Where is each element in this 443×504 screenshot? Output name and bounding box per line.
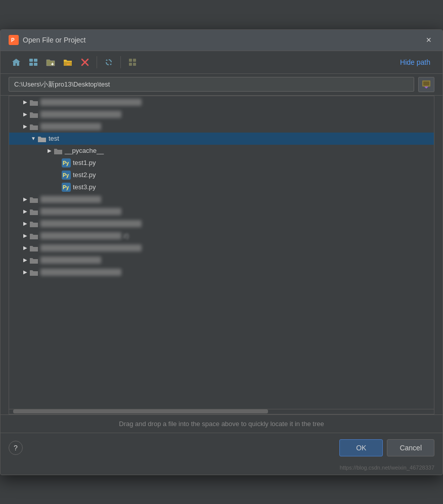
toolbar-separator-2: [120, 56, 121, 68]
folder-icon: [29, 122, 38, 131]
open-file-dialog: P Open File or Project ×: [0, 29, 443, 475]
tree-row-blurred-10[interactable]: ▶: [9, 266, 434, 278]
svg-rect-5: [34, 63, 37, 66]
title-bar: P Open File or Project ×: [1, 30, 442, 51]
python-file-icon: Py: [62, 159, 71, 167]
folder-icon: [29, 232, 38, 240]
tree-arrow: ▶: [21, 207, 29, 216]
tree-arrow: ▶: [21, 268, 29, 276]
python-file-icon: Py: [62, 183, 71, 191]
bottom-bar: ? OK Cancel: [1, 433, 442, 463]
cancel-button[interactable]: Cancel: [387, 439, 434, 456]
tree-item-label-blurred: [40, 99, 142, 106]
new-folder-button[interactable]: [43, 55, 58, 69]
tree-item-label-blurred: [40, 220, 142, 227]
ok-button[interactable]: OK: [339, 439, 383, 456]
tree-row-blurred-2[interactable]: ▶: [9, 108, 434, 120]
svg-text:Py: Py: [63, 173, 69, 178]
tree-row-blurred-4[interactable]: ▶: [9, 193, 434, 205]
tree-row-blurred-3[interactable]: ▶: [9, 120, 434, 133]
tree-expand-arrow: ▼: [29, 135, 37, 143]
svg-rect-13: [129, 63, 132, 66]
url-bar: https://blog.csdn.net/weixin_46728337: [1, 463, 442, 475]
app-icon: P: [9, 35, 19, 45]
tree-row-test[interactable]: ▼ test: [9, 133, 434, 145]
svg-rect-8: [67, 64, 70, 65]
python-file-icon: Py: [62, 171, 71, 179]
folder-icon: [29, 195, 38, 203]
tree-item-label-blurred: [40, 111, 121, 118]
tree-arrow: ▶: [46, 147, 54, 155]
folder-icon: [29, 98, 38, 106]
tree-item-label: __pycache__: [65, 147, 104, 154]
tree-item-label-blurred: [40, 232, 121, 239]
tree-arrow: ▶: [21, 195, 29, 203]
home-button[interactable]: [9, 55, 24, 69]
drag-hint: Drag and drop a file into the space abov…: [1, 414, 442, 433]
tree-item-label-blurred: [40, 244, 142, 251]
svg-rect-14: [133, 63, 136, 66]
help-button[interactable]: ?: [9, 441, 23, 455]
view-button[interactable]: [125, 55, 140, 69]
tree-arrow: ▶: [21, 122, 29, 131]
toolbar-separator-1: [97, 56, 97, 68]
tree-item-label-blurred: [40, 269, 121, 276]
tree-item-label-blurred: [40, 123, 101, 130]
folder-icon: [29, 220, 38, 228]
tree-item-label: test3.py: [73, 183, 96, 191]
tree-item-label-blurred: [40, 257, 101, 264]
close-button[interactable]: ×: [423, 34, 434, 47]
recent-button[interactable]: [26, 55, 41, 69]
svg-rect-4: [29, 63, 33, 66]
tree-row-test2py[interactable]: ▶ Py test2.py: [9, 169, 434, 181]
tree-item-label: test2.py: [73, 171, 96, 179]
tree-row-blurred-1[interactable]: ▶: [9, 96, 434, 108]
svg-rect-2: [29, 59, 33, 62]
refresh-button[interactable]: [101, 55, 116, 69]
tree-row-blurred-9[interactable]: ▶: [9, 254, 434, 266]
tree-item-label: test: [49, 135, 59, 142]
title-bar-left: P Open File or Project: [9, 35, 86, 45]
path-input[interactable]: [9, 77, 414, 92]
tree-item-label-blurred: [40, 196, 101, 203]
hide-path-button[interactable]: Hide path: [396, 56, 434, 68]
folder-icon: [29, 256, 38, 264]
dialog-title: Open File or Project: [23, 36, 86, 44]
folder-open-button[interactable]: [60, 55, 75, 69]
action-buttons: OK Cancel: [339, 439, 434, 456]
tree-arrow: ▶: [21, 244, 29, 252]
tree-arrow: ▶: [21, 110, 29, 118]
svg-rect-11: [129, 59, 132, 62]
tree-row-test3py[interactable]: ▶ Py test3.py: [9, 181, 434, 193]
tree-row-blurred-7[interactable]: ▶ z): [9, 230, 434, 242]
tree-row-blurred-8[interactable]: ▶: [9, 242, 434, 254]
path-bar: [1, 74, 442, 96]
folder-icon: [29, 207, 38, 216]
folder-icon: [29, 110, 38, 118]
svg-text:P: P: [11, 37, 15, 43]
tree-row-test1py[interactable]: ▶ Py test1.py: [9, 157, 434, 169]
folder-icon: [29, 244, 38, 252]
tree-row-pycache[interactable]: ▶ __pycache__: [9, 145, 434, 157]
svg-rect-16: [423, 81, 429, 86]
tree-arrow: ▶: [21, 232, 29, 240]
delete-button[interactable]: [77, 55, 93, 69]
folder-icon: [54, 147, 63, 155]
folder-icon: [29, 268, 38, 276]
tree-item-extra: z): [123, 232, 129, 239]
toolbar: Hide path: [1, 51, 442, 74]
toolbar-icons: [9, 55, 140, 69]
tree-arrow: ▶: [21, 98, 29, 106]
tree-item-label: test1.py: [73, 159, 96, 166]
file-tree[interactable]: ▶ ▶ ▶ ▼ test: [9, 96, 434, 409]
tree-row-blurred-5[interactable]: ▶: [9, 205, 434, 218]
tree-row-blurred-6[interactable]: ▶: [9, 218, 434, 230]
svg-text:Py: Py: [63, 185, 69, 190]
svg-rect-3: [34, 59, 37, 62]
path-browse-button[interactable]: [418, 77, 434, 92]
svg-text:Py: Py: [63, 160, 69, 166]
folder-icon: [37, 135, 47, 143]
tree-arrow: ▶: [21, 256, 29, 264]
svg-rect-12: [133, 59, 136, 62]
tree-arrow: ▶: [21, 220, 29, 228]
